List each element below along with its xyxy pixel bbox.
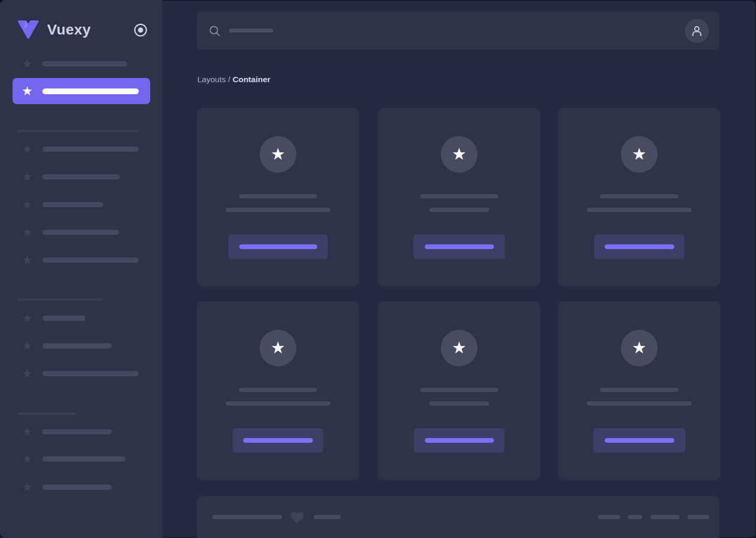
sidebar-item[interactable] [21, 143, 139, 155]
sidebar-item[interactable] [21, 254, 139, 266]
sidebar-item-active[interactable] [13, 78, 150, 104]
card-action-button[interactable] [228, 234, 328, 259]
breadcrumb-separator: / [226, 75, 232, 84]
sidebar-item[interactable] [21, 312, 85, 324]
breadcrumb-section[interactable]: Layouts [197, 75, 226, 84]
skeleton-label [42, 257, 139, 263]
star-icon [21, 226, 34, 239]
star-icon [632, 330, 647, 366]
sidebar-item[interactable] [21, 226, 119, 239]
star-icon [21, 171, 34, 183]
skeleton-bar [212, 515, 282, 519]
section-header-skeleton [17, 298, 103, 301]
skeleton-label [42, 61, 127, 66]
skeleton-bar [687, 515, 709, 519]
skeleton-bar [314, 515, 341, 519]
card-avatar [621, 136, 658, 173]
card-action-button[interactable] [594, 234, 684, 259]
skeleton-bar [420, 388, 498, 392]
sidebar-header: Vuexy [17, 19, 148, 41]
person-icon [691, 25, 703, 37]
section-header-skeleton [17, 412, 76, 415]
skeleton-button-label [239, 244, 317, 249]
star-icon [21, 58, 34, 70]
star-icon [452, 330, 466, 366]
user-avatar[interactable] [685, 19, 709, 43]
star-icon [21, 453, 34, 465]
skeleton-label [42, 343, 112, 349]
skeleton-label [42, 456, 126, 462]
skeleton-bar [420, 194, 498, 198]
sidebar: Vuexy [0, 0, 162, 538]
skeleton-label [42, 147, 139, 152]
skeleton-label [42, 174, 120, 180]
skeleton-bar [239, 194, 317, 198]
star-icon [21, 198, 34, 211]
skeleton-bar [226, 208, 330, 212]
footer-strip-card [197, 496, 719, 538]
sidebar-item[interactable] [21, 198, 103, 211]
brand-title: Vuexy [47, 21, 91, 38]
footer-right-group [598, 515, 709, 519]
skeleton-label [42, 429, 112, 434]
skeleton-bar [587, 208, 692, 212]
skeleton-bar [429, 401, 489, 406]
card-action-button[interactable] [414, 428, 505, 453]
heart-icon[interactable] [290, 510, 305, 524]
sidebar-item[interactable] [21, 171, 120, 183]
star-icon [21, 340, 34, 352]
placeholder-card [197, 108, 359, 286]
skeleton-bar [587, 401, 692, 406]
sidebar-item[interactable] [21, 367, 139, 380]
skeleton-bar [429, 208, 489, 212]
star-icon [271, 136, 285, 173]
sidebar-item[interactable] [21, 58, 127, 70]
skeleton-bar [600, 194, 679, 198]
skeleton-bar [226, 401, 330, 406]
card-action-button[interactable] [593, 428, 685, 453]
skeleton-label [42, 230, 119, 235]
skeleton-bar [600, 388, 679, 392]
skeleton-button-label [425, 244, 494, 249]
card-action-button[interactable] [414, 234, 505, 259]
star-icon [632, 136, 647, 173]
star-icon [452, 136, 466, 173]
search-placeholder-skeleton [229, 29, 273, 32]
star-icon [21, 481, 34, 494]
skeleton-button-label [605, 438, 674, 443]
skeleton-button-label [243, 438, 313, 443]
card-avatar [441, 136, 477, 173]
sidebar-item[interactable] [21, 340, 112, 352]
skeleton-button-label [605, 244, 674, 249]
skeleton-label [42, 316, 85, 321]
skeleton-bar [598, 515, 620, 519]
star-icon [271, 330, 285, 366]
skeleton-button-label [425, 438, 494, 443]
card-avatar [441, 330, 477, 366]
radio-circle-icon[interactable] [134, 23, 148, 37]
placeholder-card [197, 301, 359, 480]
skeleton-bar [650, 515, 680, 519]
placeholder-card [558, 108, 720, 286]
vuexy-logo-icon[interactable] [17, 20, 39, 40]
skeleton-label [42, 202, 103, 207]
section-header-skeleton [17, 130, 138, 132]
sidebar-item[interactable] [21, 481, 112, 494]
skeleton-label [42, 88, 139, 94]
skeleton-label [42, 371, 139, 376]
star-icon [21, 254, 34, 266]
card-avatar [621, 330, 658, 366]
skeleton-label [42, 485, 112, 490]
star-icon [21, 425, 34, 438]
skeleton-bar [628, 515, 642, 519]
sidebar-item[interactable] [21, 425, 112, 438]
breadcrumb-current: Container [232, 75, 270, 84]
star-icon [21, 312, 34, 324]
sidebar-item[interactable] [21, 453, 126, 465]
search-input[interactable] [197, 12, 719, 50]
placeholder-card [378, 301, 540, 480]
magnifier-icon [209, 25, 220, 37]
breadcrumb: Layouts / Container [197, 75, 271, 84]
card-action-button[interactable] [233, 428, 324, 453]
app-window: Vuexy [0, 0, 756, 538]
